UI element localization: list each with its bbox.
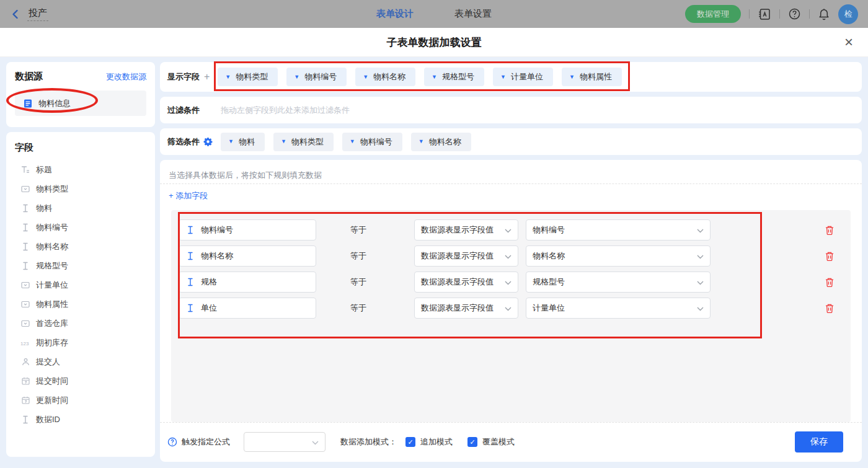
- back-button[interactable]: 投产: [10, 7, 48, 21]
- dropdown-triangle-icon: ▼: [418, 139, 424, 144]
- overwrite-mode-checkbox[interactable]: ✓: [467, 437, 477, 447]
- field-item-input[interactable]: 物料: [15, 198, 146, 218]
- save-button[interactable]: 保存: [795, 431, 843, 453]
- delete-rule-icon[interactable]: [825, 277, 835, 288]
- screen-tag[interactable]: ▼物料: [221, 133, 265, 151]
- help-circle-icon[interactable]: [167, 437, 177, 447]
- display-field-tags: ▼物料类型 ▼物料编号 ▼物料名称 ▼规格型号 ▼计量单位 ▼物料属性: [218, 68, 622, 86]
- rule-source-type-select[interactable]: 数据源表显示字段值: [414, 272, 518, 293]
- select-icon: [20, 281, 30, 289]
- header-tabs: 表单设计 表单设置: [376, 0, 492, 28]
- append-mode-checkbox[interactable]: ✓: [405, 437, 415, 447]
- screen-tag-label: 物料编号: [360, 136, 392, 148]
- screen-tag[interactable]: ▼物料编号: [342, 133, 402, 151]
- field-item-select[interactable]: 首选仓库: [15, 314, 146, 333]
- display-tag[interactable]: ▼计量单位: [493, 68, 553, 86]
- avatar[interactable]: 检: [838, 4, 858, 24]
- rule-source-field-select[interactable]: 物料编号: [526, 219, 711, 241]
- project-name[interactable]: 投产: [27, 7, 48, 21]
- field-item-select[interactable]: 物料属性: [15, 294, 146, 314]
- gear-icon[interactable]: [203, 137, 213, 146]
- field-item-member[interactable]: 提交人: [15, 352, 146, 371]
- modal-title: 子表单数据加载设置: [387, 35, 482, 50]
- rule-source-type-select[interactable]: 数据源表显示字段值: [414, 245, 518, 267]
- bell-icon[interactable]: [818, 7, 830, 21]
- date-icon: [20, 377, 30, 385]
- screen-tag-label: 物料类型: [291, 136, 324, 148]
- datasource-selected-label: 物料信息: [38, 98, 71, 109]
- display-tag[interactable]: ▼物料编号: [286, 68, 347, 86]
- rule-source-field-value: 物料编号: [533, 224, 565, 236]
- display-tag[interactable]: ▼规格型号: [424, 68, 484, 86]
- rule-target-field[interactable]: 规格: [179, 272, 316, 293]
- data-add-mode-label: 数据添加模式：: [340, 436, 397, 448]
- chevron-down-icon: [505, 252, 512, 261]
- display-tag-label: 规格型号: [442, 71, 474, 82]
- rule-source-field-value: 物料名称: [533, 250, 565, 262]
- help-icon[interactable]: [788, 7, 801, 20]
- screen-tag[interactable]: ▼物料名称: [411, 133, 471, 151]
- field-item-input[interactable]: 物料名称: [15, 237, 146, 256]
- rule-source-type-select[interactable]: 数据源表显示字段值: [414, 298, 518, 319]
- rule-target-field[interactable]: 物料编号: [179, 219, 316, 241]
- field-item-input[interactable]: 数据ID: [15, 410, 146, 429]
- dropdown-triangle-icon: ▼: [500, 74, 506, 80]
- rule-source-field-select[interactable]: 计量单位: [526, 298, 711, 319]
- rule-operator: 等于: [316, 276, 414, 288]
- chevron-down-icon: [697, 304, 704, 313]
- rule-source-field-select[interactable]: 物料名称: [526, 245, 711, 267]
- tab-form-design[interactable]: 表单设计: [376, 8, 414, 20]
- data-manage-button[interactable]: 数据管理: [685, 5, 741, 23]
- display-tag[interactable]: ▼物料名称: [355, 68, 415, 86]
- display-fields-card: 显示字段 + ▼物料类型 ▼物料编号 ▼物料名称 ▼规格型号 ▼计量单位 ▼物料…: [160, 62, 862, 92]
- field-item-label: 物料: [36, 203, 52, 214]
- chevron-down-icon: [505, 226, 512, 235]
- field-item-date[interactable]: 更新时间: [15, 391, 146, 410]
- input-icon: [20, 204, 30, 213]
- screen-tag[interactable]: ▼物料类型: [273, 133, 334, 151]
- add-display-field-button[interactable]: +: [204, 71, 210, 82]
- back-chevron-icon: [10, 9, 21, 20]
- display-tag[interactable]: ▼物料属性: [562, 68, 622, 86]
- field-item-number[interactable]: 123 期初库存: [15, 333, 146, 352]
- rule-source-type-value: 数据源表显示字段值: [421, 276, 494, 288]
- field-item-label: 提交人: [36, 356, 60, 368]
- display-tag[interactable]: ▼物料类型: [218, 68, 278, 86]
- field-item-label: 物料类型: [36, 183, 68, 195]
- rule-target-label: 单位: [201, 302, 217, 314]
- datasource-selected-item[interactable]: 物料信息: [15, 91, 146, 116]
- screen-condition-label: 筛选条件: [167, 136, 200, 148]
- field-item-date[interactable]: 提交时间: [15, 371, 146, 391]
- field-item-input[interactable]: 物料编号: [15, 218, 146, 237]
- rule-source-field-select[interactable]: 规格型号: [526, 272, 711, 293]
- rule-source-type-value: 数据源表显示字段值: [421, 224, 494, 236]
- form-doc-icon: [23, 99, 33, 108]
- rule-target-field[interactable]: 物料名称: [179, 245, 316, 267]
- formula-label: 触发指定公式: [182, 436, 230, 448]
- delete-rule-icon[interactable]: [825, 225, 835, 236]
- rule-source-type-value: 数据源表显示字段值: [421, 250, 494, 262]
- rule-target-field[interactable]: 单位: [179, 298, 316, 319]
- rule-source-type-value: 数据源表显示字段值: [421, 302, 494, 314]
- add-field-link[interactable]: + 添加字段: [169, 191, 208, 200]
- rule-row: 物料名称 等于 数据源表显示字段值 物料名称: [179, 245, 851, 267]
- contact-book-icon[interactable]: [758, 7, 771, 21]
- rule-operator: 等于: [316, 250, 414, 262]
- field-item-title[interactable]: 标题: [15, 160, 146, 179]
- change-datasource-link[interactable]: 更改数据源: [106, 71, 146, 82]
- field-item-select[interactable]: 物料类型: [15, 179, 146, 198]
- field-item-input[interactable]: 规格型号: [15, 256, 146, 275]
- tab-form-settings[interactable]: 表单设置: [454, 8, 492, 20]
- chevron-down-icon: [697, 226, 704, 235]
- delete-rule-icon[interactable]: [825, 251, 835, 262]
- close-icon[interactable]: ×: [844, 35, 853, 50]
- dropdown-triangle-icon: ▼: [363, 74, 368, 80]
- field-item-label: 计量单位: [36, 280, 68, 291]
- rule-operator: 等于: [316, 224, 414, 236]
- rule-source-type-select[interactable]: 数据源表显示字段值: [414, 219, 518, 241]
- field-item-select[interactable]: 计量单位: [15, 275, 146, 294]
- filter-condition-dropzone[interactable]: 过滤条件 拖动左侧字段到此处来添加过滤条件: [160, 97, 862, 123]
- formula-select[interactable]: [244, 432, 326, 452]
- input-icon: [20, 242, 30, 251]
- delete-rule-icon[interactable]: [825, 303, 835, 314]
